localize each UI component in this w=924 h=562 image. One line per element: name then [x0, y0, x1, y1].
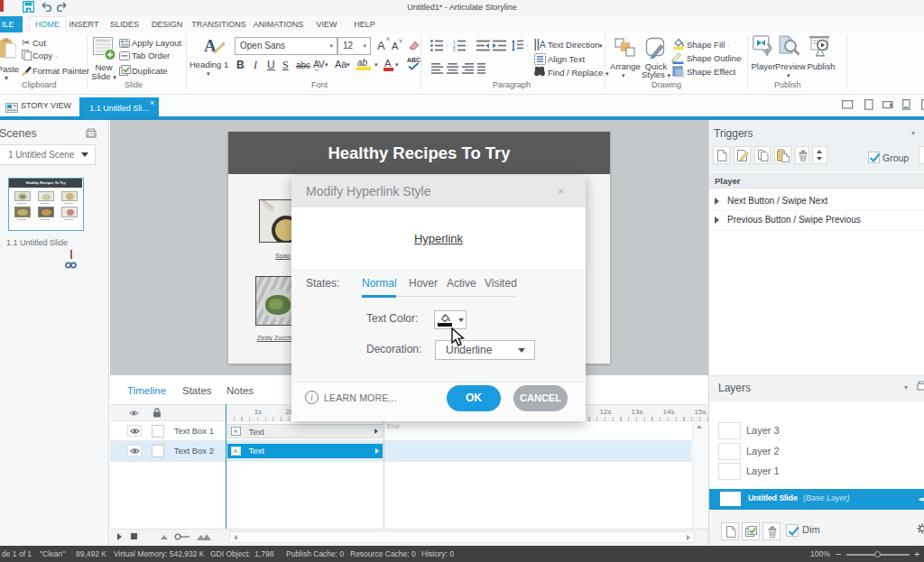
svg-text:A: A [540, 40, 546, 50]
svg-text:3: 3 [453, 48, 456, 51]
